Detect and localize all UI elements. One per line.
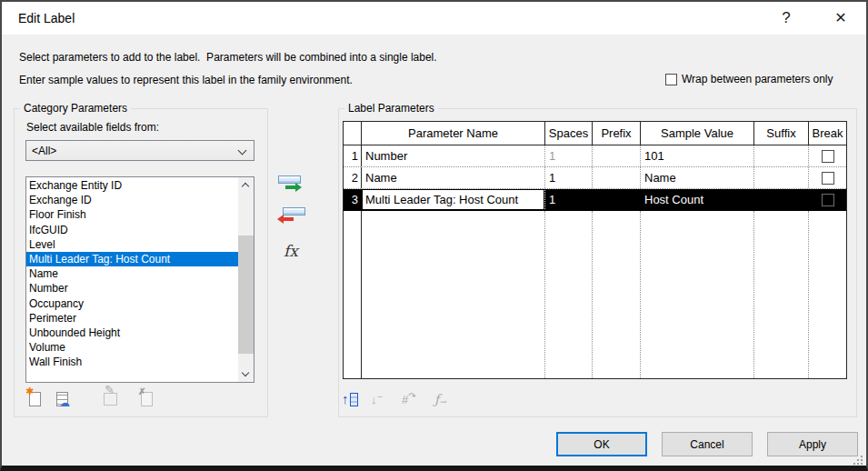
wrap-checkbox[interactable] <box>665 74 677 85</box>
edit-parameter-formula-button[interactable]: fx <box>278 239 304 263</box>
list-item[interactable]: Level <box>26 237 238 252</box>
list-item[interactable]: IfcGUID <box>26 223 238 237</box>
scroll-down-button[interactable] <box>238 366 254 382</box>
move-parameter-up-button[interactable]: ↑ <box>342 388 358 410</box>
column-header-prefix: Prefix <box>593 122 641 145</box>
pencil-icon: ✎ <box>105 386 115 395</box>
prefix-cell[interactable] <box>593 145 641 166</box>
list-item[interactable]: Number <box>26 281 238 296</box>
fields-source-value: <All> <box>32 145 56 157</box>
wrap-checkbox-label: Wrap between parameters only <box>682 73 833 85</box>
list-item[interactable]: Name <box>26 266 238 281</box>
list-item[interactable]: Perimeter <box>26 311 238 326</box>
label-parameters-title: Label Parameters <box>344 102 438 115</box>
instruction-line-2: Enter sample values to represent this la… <box>19 74 353 86</box>
spaces-cell[interactable]: 1 <box>545 167 593 188</box>
row-number[interactable]: 3 <box>344 189 362 210</box>
column-header-parameter-name: Parameter Name <box>362 122 545 145</box>
x-mark-icon: ✗ <box>138 387 145 396</box>
cloud-icon: ☁ <box>59 398 70 407</box>
row-number[interactable]: 2 <box>344 167 362 188</box>
sample-value-cell[interactable]: Host Count <box>641 189 754 210</box>
column-header-sample-value: Sample Value <box>641 122 754 145</box>
row-number[interactable]: 1 <box>344 145 362 166</box>
list-item-selected[interactable]: Multi Leader Tag: Host Count <box>26 252 238 266</box>
down-arrow-icon: ↓ <box>371 393 377 406</box>
chevron-down-icon <box>242 369 249 376</box>
list-item[interactable]: Wall Finish <box>26 355 238 369</box>
help-button[interactable]: ? <box>771 2 802 35</box>
break-checkbox[interactable] <box>822 150 834 163</box>
suffix-cell[interactable] <box>754 145 809 166</box>
parameter-name-cell[interactable]: Number <box>362 145 545 166</box>
close-icon: ✕ <box>834 10 846 25</box>
column-header-suffix: Suffix <box>754 122 809 145</box>
edit-label-formula-button[interactable]: ƒ → <box>434 388 444 410</box>
table-row[interactable]: 2 Name 1 Name <box>344 167 846 189</box>
prefix-cell[interactable] <box>593 189 641 210</box>
cancel-button[interactable]: Cancel <box>662 432 753 456</box>
parameter-name-cell[interactable]: Multi Leader Tag: Host Count <box>362 189 545 210</box>
suffix-cell[interactable] <box>754 167 809 188</box>
ok-button[interactable]: OK <box>556 432 647 456</box>
suffix-cell[interactable] <box>754 189 809 210</box>
break-checkbox[interactable] <box>822 194 834 206</box>
list-bar-icon <box>350 393 358 406</box>
scroll-up-button[interactable] <box>238 177 254 193</box>
category-parameters-list[interactable]: Exchange Entity ID Exchange ID Floor Fin… <box>25 176 254 383</box>
fields-from-label: Select available fields from: <box>26 121 159 134</box>
help-icon: ? <box>782 9 790 26</box>
sample-value-cell[interactable]: Name <box>641 167 754 188</box>
up-arrow-icon: ↑ <box>342 390 349 408</box>
spaces-cell[interactable]: 1 <box>545 145 593 166</box>
list-item[interactable]: Occupancy <box>26 296 238 311</box>
red-left-arrow-icon <box>277 215 305 224</box>
table-row[interactable]: 1 Number 1 101 <box>344 145 846 167</box>
category-parameters-title: Category Parameters <box>20 102 131 115</box>
move-parameter-down-button[interactable]: ↓ ‒ <box>371 388 383 410</box>
list-item[interactable]: Floor Finish <box>26 207 238 222</box>
new-parameter-button[interactable]: ✱ <box>25 389 45 409</box>
edit-label-dialog: Edit Label ? ✕ Select parameters to add … <box>0 0 868 471</box>
list-item[interactable]: Unbounded Height <box>26 326 238 340</box>
new-star-icon: ✱ <box>25 386 34 396</box>
prefix-cell[interactable] <box>593 167 641 188</box>
break-cell[interactable] <box>809 167 846 188</box>
delete-parameter-button[interactable]: ✗ <box>137 389 157 409</box>
table-row-selected[interactable]: 3 Multi Leader Tag: Host Count 1 Host Co… <box>344 189 846 211</box>
curve-arrow-icon: ↷ <box>408 391 415 401</box>
table-empty-area <box>344 211 846 378</box>
list-scrollbar[interactable] <box>238 177 254 382</box>
close-button[interactable]: ✕ <box>825 2 856 35</box>
title-bar: Edit Label ? ✕ <box>2 2 866 35</box>
column-header-spaces: Spaces <box>545 122 593 145</box>
spaces-cell[interactable]: 1 <box>545 189 593 210</box>
dash-icon: ‒ <box>378 392 383 401</box>
apply-button[interactable]: Apply <box>767 432 858 456</box>
shared-parameter-button[interactable]: ☁ <box>53 389 73 409</box>
dialog-title: Edit Label <box>18 11 75 25</box>
small-arrows-icon: → <box>439 397 444 406</box>
column-header-rownum <box>344 122 362 145</box>
add-parameter-to-label-button[interactable] <box>277 175 302 192</box>
label-parameters-table: Parameter Name Spaces Prefix Sample Valu… <box>343 121 847 379</box>
list-item[interactable]: Volume <box>26 340 238 355</box>
list-item[interactable]: Exchange ID <box>26 193 238 207</box>
resize-grip[interactable] <box>853 455 863 466</box>
chevron-up-icon <box>242 183 249 190</box>
table-header-row: Parameter Name Spaces Prefix Sample Valu… <box>344 122 846 145</box>
break-cell[interactable] <box>809 145 846 166</box>
sample-value-cell[interactable]: 101 <box>641 145 754 166</box>
list-item[interactable]: Exchange Entity ID <box>26 178 238 193</box>
instruction-line-1: Select parameters to add to the label. P… <box>19 51 437 64</box>
break-checkbox[interactable] <box>822 172 834 185</box>
break-cell[interactable] <box>809 189 846 210</box>
parameter-name-cell[interactable]: Name <box>362 167 545 188</box>
fx-icon: fx <box>284 242 298 260</box>
remove-parameter-from-label-button[interactable] <box>277 207 305 224</box>
edit-parameter-button[interactable]: ✎ <box>101 389 121 409</box>
fields-source-dropdown[interactable]: <All> <box>25 140 254 161</box>
scrollbar-thumb[interactable] <box>238 236 254 354</box>
renumber-button[interactable]: # ↷ <box>402 388 416 410</box>
wrap-between-parameters-option[interactable]: Wrap between parameters only <box>665 73 833 85</box>
